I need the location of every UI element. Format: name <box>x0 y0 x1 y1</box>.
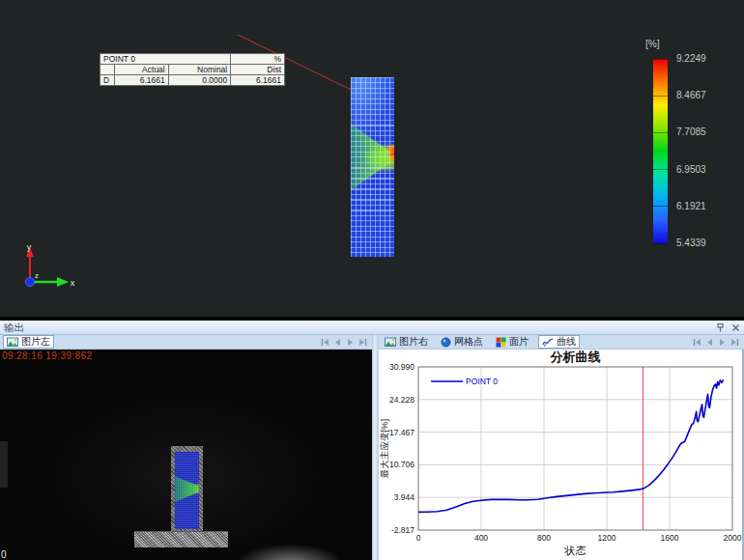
panel-splitter[interactable] <box>372 335 379 560</box>
image-icon <box>385 337 396 348</box>
chart-legend-label: POINT 0 <box>466 377 498 386</box>
legend-tick-label: 6.1921 <box>676 201 734 211</box>
legend-tick <box>653 132 668 133</box>
tab-curve-label: 曲线 <box>557 335 576 349</box>
chart-ylabel: 最大主应变[%] <box>379 419 389 479</box>
x-tick-label: 1200 <box>598 533 616 543</box>
x-tick-label: 2000 <box>724 533 742 543</box>
y-tick-label: 17.467 <box>389 428 415 437</box>
right-tabbar: 图片右 网格点 面片 曲线 <box>379 335 744 350</box>
legend-tick <box>653 206 668 207</box>
output-titlebar: 输出 <box>0 321 744 335</box>
col-header-actual: Actual <box>115 65 169 75</box>
axes-triad-icon: y x z <box>14 241 75 295</box>
legend-tick <box>653 169 668 170</box>
col-header-dist: Dist <box>231 65 285 75</box>
x-tick-label: 400 <box>474 533 488 543</box>
timestamp: 09:28:16 19:39:862 <box>2 350 92 361</box>
chart-title: 分析曲线 <box>550 350 601 364</box>
nav-last-button[interactable] <box>358 338 367 347</box>
machine-fixture <box>0 441 8 488</box>
row-label: D <box>100 75 115 86</box>
x-tick-label: 800 <box>537 533 551 543</box>
curve-icon <box>542 337 554 348</box>
specimen-base <box>134 531 228 547</box>
app-window: POINT 0 % Actual Nominal Dist D 6.1661 0… <box>0 0 744 560</box>
nav-next-button[interactable] <box>346 338 355 347</box>
3d-viewport[interactable]: POINT 0 % Actual Nominal Dist D 6.1661 0… <box>0 0 744 317</box>
y-tick-label: 24.228 <box>389 395 415 405</box>
tab-image-left[interactable]: 图片左 <box>3 335 54 349</box>
x-tick-label: 0 <box>416 533 421 543</box>
frame-counter: 0 <box>1 549 7 560</box>
legend-tick-label: 9.2249 <box>676 53 734 64</box>
tab-facets-label: 面片 <box>509 335 529 349</box>
tab-image-left-label: 图片左 <box>21 335 50 349</box>
pin-icon[interactable] <box>715 322 726 333</box>
strain-map-3d[interactable] <box>351 77 394 257</box>
tab-facets[interactable]: 面片 <box>493 335 531 349</box>
color-legend[interactable]: [%] 9.22498.46677.70856.95036.19215.4339 <box>638 39 742 261</box>
nav-first-button[interactable] <box>693 338 701 347</box>
legend-tick-label: 5.4339 <box>676 238 734 248</box>
camera-specimen <box>171 446 203 533</box>
left-tabbar: 图片左 <box>0 335 372 350</box>
nav-last-button[interactable] <box>730 338 739 347</box>
axis-x-label: x <box>71 278 75 288</box>
nav-first-button[interactable] <box>321 338 329 347</box>
right-chart-panel: 图片右 网格点 面片 曲线 <box>379 335 744 560</box>
value-nominal: 0.0000 <box>168 75 231 86</box>
legend-tick-label: 8.4667 <box>676 90 734 100</box>
tab-image-right[interactable]: 图片右 <box>382 335 431 349</box>
legend-tick <box>653 243 668 244</box>
col-header-nominal: Nominal <box>168 65 231 75</box>
output-panel: 输出 图片左 <box>0 321 744 560</box>
legend-tick <box>653 96 668 97</box>
tab-grid-points[interactable]: 网格点 <box>438 335 486 349</box>
y-tick-label: 10.706 <box>389 460 415 469</box>
x-tick-label: 1600 <box>661 533 679 543</box>
legend-tick-label: 7.7085 <box>676 126 734 137</box>
y-tick-label: 3.944 <box>394 492 415 502</box>
sphere-icon <box>441 337 451 348</box>
left-image-panel: 图片左 09:28:16 19:39:862 <box>0 335 372 560</box>
axis-y-label: y <box>27 242 32 252</box>
nav-prev-button[interactable] <box>333 338 342 347</box>
value-dist: 6.1661 <box>231 75 285 86</box>
legend-tick <box>653 59 668 60</box>
facet-icon <box>496 337 506 348</box>
legend-unit-label: [%] <box>645 39 659 49</box>
analysis-chart-area[interactable]: 30.99024.22817.46710.7063.944-2.81704008… <box>379 350 744 560</box>
nav-prev-button[interactable] <box>705 338 714 347</box>
legend-color-bar[interactable] <box>653 59 668 243</box>
y-tick-label: -2.817 <box>391 525 415 535</box>
chart-xlabel: 状态 <box>564 545 587 556</box>
camera-strain-overlay <box>175 452 199 529</box>
axes-triad: y x z <box>14 241 75 295</box>
value-actual: 6.1661 <box>115 75 169 86</box>
output-title: 输出 <box>4 322 24 333</box>
tab-image-right-label: 图片右 <box>399 335 428 349</box>
annotation-title: POINT 0 <box>100 54 231 65</box>
analysis-chart[interactable]: 30.99024.22817.46710.7063.944-2.81704008… <box>379 350 742 560</box>
image-icon <box>7 337 18 348</box>
y-tick-label: 30.990 <box>389 362 415 372</box>
legend-tick-label: 6.9503 <box>676 164 734 175</box>
nav-next-button[interactable] <box>718 338 727 347</box>
close-icon[interactable] <box>730 322 741 333</box>
annotation-unit: % <box>231 54 285 65</box>
axis-z-label: z <box>35 271 39 280</box>
tab-grid-points-label: 网格点 <box>454 335 483 349</box>
camera-image-left[interactable]: 09:28:16 19:39:862 0 <box>0 350 372 560</box>
point-annotation-table[interactable]: POINT 0 % Actual Nominal Dist D 6.1661 0… <box>100 53 285 86</box>
tab-curve[interactable]: 曲线 <box>538 335 580 349</box>
